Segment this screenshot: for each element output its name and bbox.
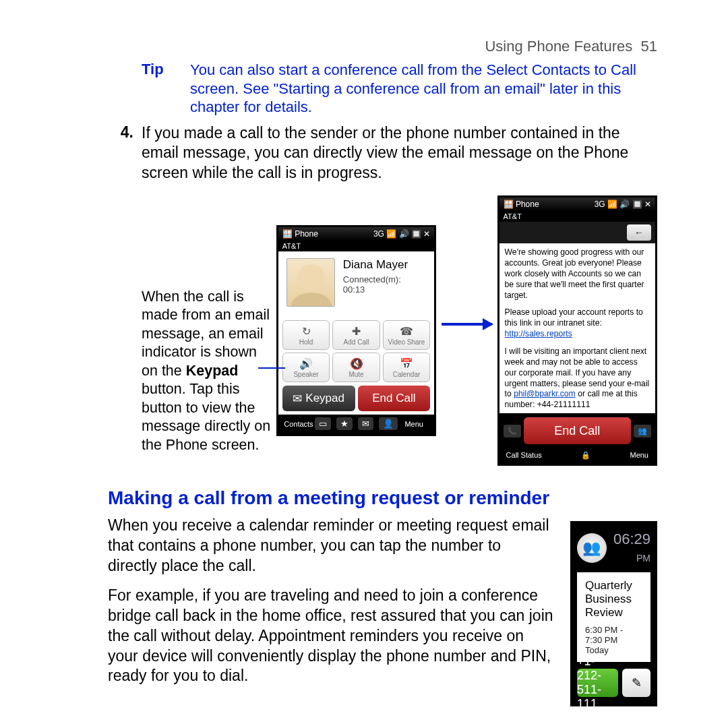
chapter-title: Using Phone Features <box>485 38 632 55</box>
lock-icon[interactable]: 🔒 <box>581 451 590 460</box>
card-icon[interactable]: ▭ <box>315 417 331 430</box>
section-body: When you receive a calendar reminder or … <box>108 516 554 706</box>
call-icon[interactable]: 📞 <box>504 425 521 437</box>
annotation-pointer-line <box>258 367 285 369</box>
add-call-button[interactable]: ✚Add Call <box>332 320 380 350</box>
mute-button[interactable]: 🔇Mute <box>332 353 380 382</box>
calendar-button[interactable]: 📅Calendar <box>383 353 430 382</box>
phone-screenshot-email: 🪟 Phone 3G 📶 🔊 🔲 ✕ AT&T ← We're showing … <box>497 195 657 466</box>
email-link[interactable]: phil@bparkr.com <box>514 389 576 398</box>
step-4: 4. If you made a call to the sender or t… <box>108 123 657 184</box>
end-call-button[interactable]: End Call <box>358 386 431 411</box>
call-status: Connected(m): <box>343 274 408 284</box>
envelope-icon: ✉ <box>293 392 302 406</box>
tip-block: Tip You can also start a conference call… <box>108 61 657 117</box>
phone-screenshot-call: 🪟 Phone 3G 📶 🔊 🔲 ✕ AT&T Diana Mayer Conn… <box>276 225 436 436</box>
page-number: 51 <box>641 38 657 55</box>
mute-icon: 🔇 <box>350 357 363 370</box>
page-header: Using Phone Features 51 <box>108 38 657 55</box>
sales-link[interactable]: http://sales.reports <box>505 329 572 338</box>
status-bar: 🪟 Phone 3G 📶 🔊 🔲 ✕ <box>499 198 655 211</box>
contacts-softkey[interactable]: Contacts <box>282 420 315 428</box>
end-call-button[interactable]: End Call <box>524 417 631 444</box>
reminder-call-button[interactable]: +1-212-511-111 <box>577 669 618 697</box>
status-bar: 🪟 Phone 3G 📶 🔊 🔲 ✕ <box>278 227 434 241</box>
email-body: We're showing good progress with our acc… <box>499 243 655 413</box>
calendar-icon: 📅 <box>400 357 413 370</box>
reminder-edit-button[interactable]: ✎ <box>622 669 650 697</box>
mail-icon[interactable]: ✉ <box>358 417 373 430</box>
caller-avatar <box>286 258 335 307</box>
video-share-icon: ☎ <box>400 325 413 338</box>
menu-softkey[interactable]: Menu <box>630 451 648 460</box>
caller-name: Diana Mayer <box>343 258 408 272</box>
keypad-annotation: When the call is made from an email mess… <box>142 207 276 455</box>
person-icon[interactable]: 👤 <box>379 417 398 430</box>
reminder-time-range: 6:30 PM - 7:30 PM Today <box>585 625 642 655</box>
reminder-title: Quarterly Business Review <box>585 579 642 619</box>
call-status-softkey[interactable]: Call Status <box>506 451 542 460</box>
back-button[interactable]: ← <box>627 224 651 241</box>
star-icon[interactable]: ★ <box>336 417 353 430</box>
section-heading: Making a call from a meeting request or … <box>108 487 657 509</box>
reminder-clock: 06:29 PM <box>613 530 650 566</box>
carrier-label: AT&T <box>499 211 655 222</box>
tip-label: Tip <box>142 61 190 117</box>
keypad-button[interactable]: ✉Keypad <box>282 386 355 411</box>
speaker-icon: 🔊 <box>299 357 313 370</box>
contacts-icon[interactable]: 👥 <box>634 425 651 437</box>
reminder-people-icon: 👥 <box>577 533 607 563</box>
speaker-button[interactable]: 🔊Speaker <box>282 353 330 382</box>
menu-softkey[interactable]: Menu <box>398 420 430 428</box>
arrow-icon <box>442 323 491 326</box>
hold-icon: ↻ <box>302 325 311 338</box>
hold-button[interactable]: ↻Hold <box>282 320 330 350</box>
add-call-icon: ✚ <box>352 325 361 338</box>
bottom-icons: ▭★✉👤 <box>315 417 398 430</box>
tip-text: You can also start a conference call fro… <box>190 61 657 117</box>
step-text: If you made a call to the sender or the … <box>142 123 657 184</box>
video-share-button[interactable]: ☎Video Share <box>383 320 430 350</box>
call-timer: 00:13 <box>343 284 408 295</box>
reminder-screenshot: 👥 06:29 PM Quarterly Business Review 6:3… <box>570 521 657 706</box>
step-number: 4. <box>108 123 142 184</box>
carrier-label: AT&T <box>278 241 434 251</box>
